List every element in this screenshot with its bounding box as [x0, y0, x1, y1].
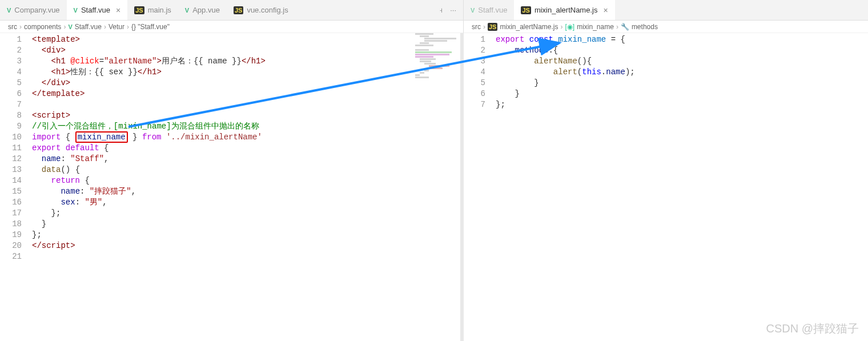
chevron-icon: ›: [63, 23, 66, 31]
breadcrumb-item[interactable]: src: [472, 23, 481, 31]
tab-vue-config-js[interactable]: JS vue.config.js: [227, 0, 295, 20]
js-icon: JS: [134, 6, 144, 14]
chevron-icon: ›: [104, 23, 106, 31]
tab-label: main.js: [148, 6, 171, 14]
breadcrumb-item[interactable]: mixin_alertName.js: [500, 23, 558, 31]
js-icon: JS: [234, 6, 243, 14]
right-editor-pane: V Staff.vue JS mixin_alertName.js × src …: [464, 0, 868, 341]
tab-company-vue[interactable]: V Company.vue: [0, 0, 67, 20]
chevron-icon: ›: [127, 23, 129, 31]
breadcrumb-item[interactable]: mixin_name: [577, 23, 614, 31]
left-breadcrumb[interactable]: src › components › V Staff.vue › Vetur ›…: [0, 21, 463, 33]
js-icon: JS: [521, 6, 531, 14]
breadcrumb-item[interactable]: Staff.vue: [75, 23, 102, 31]
split-editor-icon[interactable]: ⫞: [439, 6, 443, 14]
tab-label: Company.vue: [14, 6, 59, 14]
left-editor-pane: V Company.vue V Staff.vue × JS main.js V…: [0, 0, 464, 341]
left-tab-bar: V Company.vue V Staff.vue × JS main.js V…: [0, 0, 463, 21]
breadcrumb-item[interactable]: components: [24, 23, 61, 31]
right-breadcrumb[interactable]: src › JS mixin_alertName.js › [◉] mixin_…: [464, 21, 868, 33]
line-gutter: 123456789101112131415161718192021: [0, 33, 32, 341]
vue-icon: V: [7, 7, 11, 14]
pane-splitter[interactable]: [460, 33, 464, 341]
tab-label: Staff.vue: [478, 6, 507, 14]
vue-icon: V: [471, 7, 475, 14]
tab-mixin-alertname-js[interactable]: JS mixin_alertName.js ×: [514, 0, 614, 20]
wrench-icon: 🔧: [621, 23, 629, 31]
tab-label: mixin_alertName.js: [535, 6, 598, 14]
code-content[interactable]: export const mixin_name = { methods:{ al…: [496, 33, 868, 341]
chevron-icon: ›: [19, 23, 22, 31]
right-code-area[interactable]: 1234567 export const mixin_name = { meth…: [464, 33, 868, 341]
tab-label: Staff.vue: [81, 6, 110, 14]
editor-container: V Company.vue V Staff.vue × JS main.js V…: [0, 0, 868, 341]
code-content[interactable]: <template> <div> <h1 @click="alertName">…: [32, 33, 463, 341]
tab-staff-vue-right[interactable]: V Staff.vue: [464, 0, 514, 20]
tab-main-js[interactable]: JS main.js: [127, 0, 178, 20]
more-actions-icon[interactable]: ···: [450, 6, 456, 14]
chevron-icon: ›: [616, 23, 618, 31]
chevron-icon: ›: [483, 23, 485, 31]
vue-icon: V: [185, 7, 189, 14]
js-icon: JS: [488, 23, 497, 31]
right-tab-bar: V Staff.vue JS mixin_alertName.js ×: [464, 0, 868, 21]
vue-icon: V: [74, 7, 78, 14]
breadcrumb-item[interactable]: {} "Staff.vue": [131, 23, 170, 31]
tab-actions: ⫞ ···: [439, 6, 463, 14]
close-icon[interactable]: ×: [116, 6, 120, 15]
watermark: CSDN @摔跤猫子: [766, 321, 859, 336]
breadcrumb-item[interactable]: src: [8, 23, 17, 31]
left-code-area[interactable]: 123456789101112131415161718192021 <templ…: [0, 33, 463, 341]
close-icon[interactable]: ×: [603, 6, 608, 15]
tab-app-vue[interactable]: V App.vue: [178, 0, 227, 20]
line-gutter: 1234567: [464, 33, 496, 341]
breadcrumb-item[interactable]: Vetur: [108, 23, 124, 31]
breadcrumb-item[interactable]: methods: [632, 23, 658, 31]
tab-label: App.vue: [192, 6, 220, 14]
vue-icon: V: [68, 23, 72, 30]
tab-staff-vue[interactable]: V Staff.vue ×: [67, 0, 128, 20]
chevron-icon: ›: [561, 23, 563, 31]
tab-label: vue.config.js: [247, 6, 288, 14]
